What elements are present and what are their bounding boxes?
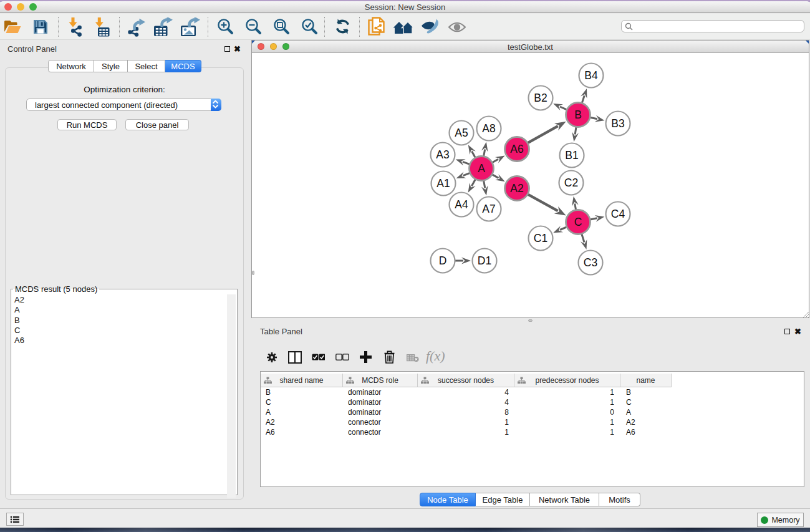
- svg-text:C3: C3: [584, 256, 597, 269]
- svg-text:A1: A1: [436, 177, 450, 190]
- svg-text:B4: B4: [584, 69, 598, 82]
- svg-text:A7: A7: [482, 203, 495, 215]
- svg-text:A8: A8: [482, 122, 495, 135]
- svg-text:C2: C2: [564, 177, 578, 189]
- svg-text:A: A: [478, 162, 485, 175]
- svg-text:B1: B1: [565, 149, 578, 162]
- svg-text:A5: A5: [455, 127, 468, 139]
- svg-text:D: D: [439, 254, 447, 267]
- svg-text:C4: C4: [611, 208, 625, 220]
- svg-text:A6: A6: [510, 143, 523, 155]
- svg-text:B3: B3: [611, 117, 624, 130]
- svg-text:B2: B2: [534, 92, 547, 104]
- svg-text:A2: A2: [510, 182, 523, 195]
- svg-text:D1: D1: [478, 254, 491, 267]
- svg-text:A4: A4: [455, 198, 468, 211]
- svg-text:A3: A3: [436, 148, 449, 161]
- svg-text:C1: C1: [534, 232, 547, 244]
- svg-text:B: B: [574, 109, 582, 121]
- svg-text:C: C: [574, 216, 582, 228]
